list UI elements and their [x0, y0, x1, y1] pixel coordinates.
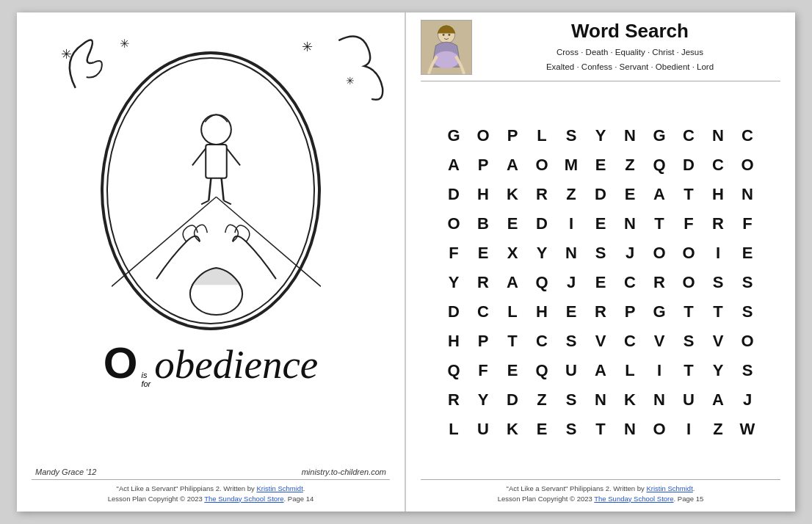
grid-cell: E: [586, 209, 615, 239]
grid-cell: U: [557, 356, 586, 385]
grid-cell: E: [527, 415, 557, 444]
grid-cell: G: [439, 121, 468, 150]
grid-cell: N: [703, 121, 733, 150]
obedience-label: obedience: [154, 344, 318, 385]
svg-point-19: [434, 51, 460, 68]
grid-cell: I: [674, 415, 703, 444]
grid-cell: C: [615, 327, 645, 356]
grid-cell: Y: [586, 121, 615, 150]
grid-cell: D: [498, 385, 527, 415]
grid-cell: R: [645, 268, 674, 297]
grid-cell: R: [527, 180, 557, 209]
grid-cell: L: [527, 121, 557, 150]
grid-cell: S: [586, 239, 615, 268]
svg-text:✳: ✳: [61, 47, 72, 62]
grid-cell: L: [439, 415, 468, 444]
grid-cell: Q: [527, 268, 557, 297]
grid-cell: A: [498, 150, 527, 180]
grid-cell: A: [586, 356, 615, 385]
grid-cell: H: [439, 327, 468, 356]
header-thumbnail: [421, 20, 472, 75]
grid-cell: E: [468, 239, 498, 268]
right-page: Word Search Cross · Death · Equality · C…: [406, 12, 795, 512]
word-grid: GOPLSYNGCNCAPAOMEZQDCODHKRZDEATHNOBEDIEN…: [439, 121, 762, 444]
grid-cell: J: [557, 268, 586, 297]
grid-cell: Y: [703, 356, 733, 385]
grid-cell: H: [527, 297, 557, 327]
website: ministry.to-children.com: [302, 467, 386, 476]
word-list-2: Exalted · Confess · Servant · Obedient ·…: [479, 60, 780, 75]
grid-cell: R: [586, 297, 615, 327]
grid-cell: D: [586, 180, 615, 209]
grid-cell: F: [674, 209, 703, 239]
svg-point-20: [443, 34, 445, 36]
right-footer-line2: Lesson Plan Copyright © 2023 The Sunday …: [421, 494, 780, 504]
header-title-area: Word Search Cross · Death · Equality · C…: [479, 20, 780, 74]
grid-cell: D: [527, 209, 557, 239]
grid-cell: G: [645, 121, 674, 150]
grid-cell: N: [733, 180, 762, 209]
right-footer-line1: "Act Like a Servant" Philippians 2. Writ…: [421, 484, 780, 494]
grid-cell: C: [615, 268, 645, 297]
left-footer-line2: Lesson Plan Copyright © 2023 The Sunday …: [32, 494, 390, 504]
grid-cell: O: [468, 121, 498, 150]
left-page-footer: "Act Like a Servant" Philippians 2. Writ…: [32, 479, 390, 505]
left-footer-line1: "Act Like a Servant" Philippians 2. Writ…: [32, 484, 390, 494]
word-search-title: Word Search: [479, 20, 780, 43]
grid-cell: G: [645, 297, 674, 327]
grid-cell: K: [615, 385, 645, 415]
grid-cell: P: [468, 150, 498, 180]
grid-cell: L: [498, 297, 527, 327]
svg-line-6: [112, 197, 216, 286]
grid-cell: S: [557, 385, 586, 415]
grid-cell: Y: [468, 385, 498, 415]
grid-cell: P: [468, 327, 498, 356]
is-label: is: [141, 371, 147, 379]
grid-cell: A: [498, 268, 527, 297]
grid-cell: N: [615, 209, 645, 239]
grid-cell: D: [439, 180, 468, 209]
grid-cell: C: [527, 327, 557, 356]
grid-cell: S: [733, 268, 762, 297]
grid-cell: R: [703, 209, 733, 239]
grid-cell: T: [586, 415, 615, 444]
grid-cell: A: [645, 180, 674, 209]
grid-cell: B: [468, 209, 498, 239]
grid-cell: N: [586, 385, 615, 415]
grid-cell: V: [703, 327, 733, 356]
right-author-link[interactable]: Kristin Schmidt: [646, 484, 692, 492]
grid-cell: F: [439, 239, 468, 268]
title-text-area: O is for obedience: [104, 341, 318, 394]
grid-cell: E: [586, 268, 615, 297]
grid-cell: T: [703, 297, 733, 327]
book-container: ✳ ✳ ✳ ✳ ✳ ✳: [17, 12, 795, 512]
grid-cell: W: [733, 415, 762, 444]
svg-line-11: [227, 148, 240, 165]
grid-cell: A: [703, 385, 733, 415]
grid-cell: O: [733, 327, 762, 356]
grid-cell: N: [645, 385, 674, 415]
grid-cell: C: [468, 297, 498, 327]
grid-cell: L: [615, 356, 645, 385]
grid-cell: Z: [527, 385, 557, 415]
grid-cell: O: [733, 150, 762, 180]
grid-cell: D: [674, 150, 703, 180]
for-label: for: [141, 379, 151, 388]
grid-cell: S: [733, 356, 762, 385]
grid-cell: V: [645, 327, 674, 356]
grid-cell: S: [557, 415, 586, 444]
grid-cell: J: [733, 385, 762, 415]
left-author-link[interactable]: Kristin Schmidt: [256, 484, 302, 492]
grid-cell: T: [498, 327, 527, 356]
svg-point-8: [201, 114, 231, 145]
grid-cell: M: [557, 150, 586, 180]
svg-line-10: [192, 148, 206, 165]
grid-cell: T: [674, 297, 703, 327]
right-store-link[interactable]: The Sunday School Store: [594, 495, 673, 503]
grid-cell: N: [615, 415, 645, 444]
left-store-link[interactable]: The Sunday School Store: [204, 495, 283, 503]
grid-cell: A: [439, 150, 468, 180]
grid-cell: N: [557, 239, 586, 268]
grid-cell: X: [498, 239, 527, 268]
grid-cell: F: [733, 209, 762, 239]
